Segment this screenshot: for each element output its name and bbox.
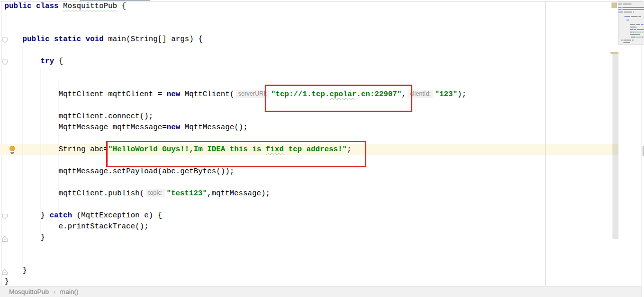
keyword: void	[86, 35, 104, 44]
keyword: new	[167, 123, 180, 132]
ide-editor-window: public class MosquittoPub { public stati…	[0, 0, 644, 297]
minimap-bar	[641, 24, 643, 25]
minimap-bar	[633, 12, 634, 13]
minimap-bar	[618, 9, 621, 10]
minimap-bar	[623, 42, 630, 43]
minimap-bar	[618, 12, 623, 13]
code-text	[59, 2, 63, 11]
keyword: catch	[50, 211, 72, 220]
string-literal: "123"	[435, 90, 457, 99]
code-line[interactable]: e.printStackTrace();	[5, 221, 149, 232]
string-literal: "test123"	[167, 189, 207, 198]
minimap-bar	[642, 32, 644, 33]
intention-bulb-icon[interactable]	[10, 146, 16, 154]
code-text: String abc=	[5, 145, 108, 154]
minimap-bar	[633, 32, 634, 33]
code-line[interactable]: mqttClient.publish(topic:"test123",mqttM…	[5, 188, 270, 199]
minimap-code-row	[618, 12, 644, 13]
breadcrumb: MosquittoPub › main()	[0, 286, 641, 297]
editor-scrollbar-thumb[interactable]	[612, 54, 618, 239]
code-text: {	[117, 2, 126, 11]
fold-open-icon[interactable]	[2, 37, 8, 46]
minimap-bar	[630, 32, 632, 33]
breadcrumb-separator-icon: ›	[54, 288, 56, 295]
code-text	[5, 57, 41, 66]
code-text: MqttClient mqttClient =	[5, 90, 167, 99]
minimap-bar	[630, 29, 633, 30]
code-text: ,mqttMessage);	[207, 189, 270, 198]
keyword: try	[41, 57, 54, 66]
minimap-bar	[622, 7, 644, 8]
minimap-bar	[618, 7, 621, 8]
minimap-bar	[636, 24, 640, 25]
minimap-code-row	[618, 27, 644, 28]
minimap-code-row	[618, 40, 644, 41]
minimap-code-row	[618, 42, 644, 43]
code-text: MqttMessage();	[180, 123, 248, 132]
minimap-code-row	[618, 37, 644, 38]
minimap-bar	[626, 20, 629, 21]
breadcrumb-item-method[interactable]: main()	[60, 288, 79, 295]
code-line[interactable]: public static void main(String[] args) {	[5, 34, 203, 45]
code-line[interactable]: mqttClient.connect();	[5, 111, 153, 122]
code-line[interactable]: }	[5, 232, 45, 243]
fold-open-icon[interactable]	[2, 59, 8, 68]
code-text: mqttClient.publish(	[5, 189, 144, 198]
code-text: mqttClient.connect();	[5, 112, 153, 121]
minimap-bar	[624, 12, 632, 13]
keyword: public	[5, 2, 32, 11]
minimap-code-row	[618, 9, 644, 10]
keyword: class	[36, 2, 59, 11]
fold-close-icon[interactable]	[2, 268, 8, 277]
minimap-code-row	[618, 32, 644, 33]
minimap-code-row	[618, 20, 644, 21]
code-text: MqttMessage mqttMessage=	[5, 123, 167, 132]
code-line[interactable]: mqttMessage.setPayload(abc.getBytes());	[5, 166, 234, 177]
minimap-bar	[630, 24, 635, 25]
minimap-code-row	[618, 29, 644, 30]
code-line[interactable]: public class MosquittoPub {	[5, 1, 126, 12]
minimap-bar	[632, 40, 633, 41]
code-line[interactable]: } catch (MqttException e) {	[5, 210, 162, 221]
code-text	[81, 35, 86, 44]
code-line[interactable]: MqttMessage mqttMessage=new MqttMessage(…	[5, 122, 248, 133]
keyword: public	[23, 35, 50, 44]
bulb-glass	[10, 146, 15, 151]
identifier-with-typo: MosquittoPub	[63, 2, 117, 11]
code-text: {	[54, 57, 63, 66]
code-text	[50, 35, 54, 44]
code-text: mqttMessage.setPayload(abc.getBytes());	[5, 167, 234, 176]
code-text: MqttClient(	[180, 90, 234, 99]
code-line[interactable]: try {	[5, 56, 63, 67]
minimap-bar	[635, 32, 641, 33]
red-highlight-box	[265, 85, 412, 112]
minimap-code-row	[618, 4, 644, 5]
code-text: (MqttException e) {	[72, 211, 162, 220]
fold-open-icon[interactable]	[2, 213, 8, 222]
fold-close-icon[interactable]	[2, 235, 8, 244]
minimap-bar	[630, 27, 636, 28]
minimap-bar	[631, 16, 637, 17]
minimap-bar	[623, 4, 631, 5]
code-text	[32, 2, 36, 11]
warning-stripe-mark[interactable]	[610, 52, 618, 54]
minimap-bar	[637, 29, 644, 30]
minimap-bar	[618, 4, 622, 5]
code-line[interactable]: }	[5, 265, 27, 276]
minimap-bar	[641, 37, 643, 38]
code-text: main(String[] args) {	[104, 35, 203, 44]
inspections-indicator[interactable]	[611, 3, 617, 8]
breadcrumb-item-class[interactable]: MosquittoPub	[9, 288, 49, 295]
minimap-bar	[633, 29, 636, 30]
minimap-bar	[624, 16, 630, 17]
minimap-bar	[636, 37, 641, 38]
scrollbar-code-lens[interactable]	[618, 2, 644, 45]
minimap-bar	[630, 34, 640, 35]
code-text: }	[5, 277, 9, 286]
code-text: }	[5, 266, 27, 275]
bulb-base	[11, 152, 14, 153]
minimap-bar	[622, 9, 644, 10]
keyword: static	[54, 35, 81, 44]
code-text: e.printStackTrace();	[5, 222, 149, 231]
minimap-code-row	[618, 16, 644, 17]
